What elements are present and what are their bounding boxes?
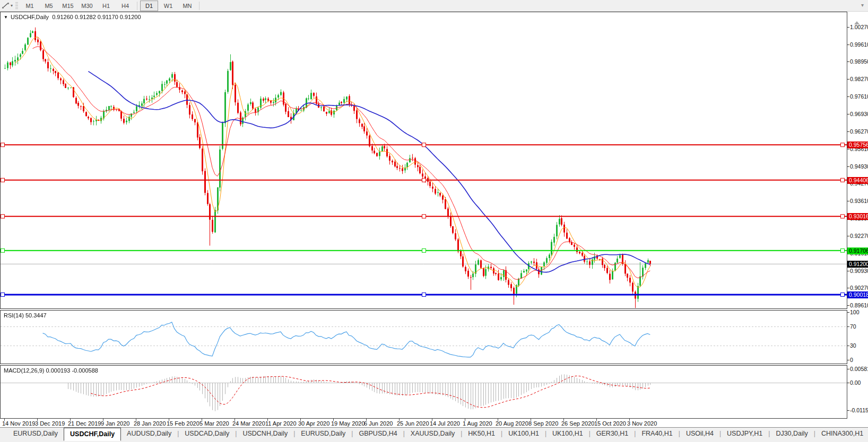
timeframe-button-h1[interactable]: H1 bbox=[97, 1, 115, 11]
rsi-label: RSI(14) 50.3447 bbox=[4, 312, 47, 319]
chart-tab-ger30-h1[interactable]: GER30,H1 bbox=[591, 428, 634, 439]
price-axis-tick-label: 1.00270 bbox=[850, 24, 868, 30]
chart-tab-usdchf-daily[interactable]: USDCHF,Daily bbox=[64, 428, 121, 441]
price-axis-tick-label: 0.90270 bbox=[850, 285, 868, 291]
chart-tab-usoil-h4[interactable]: USOil,H4 bbox=[680, 428, 719, 439]
price-axis-tick bbox=[847, 201, 849, 201]
toolbar-grip[interactable] bbox=[15, 2, 18, 10]
rsi-axis-tick bbox=[847, 360, 849, 360]
price-axis-tick-label: 0.96270 bbox=[850, 128, 868, 135]
price-axis-tick bbox=[847, 305, 849, 306]
price-axis-tick bbox=[847, 114, 849, 114]
macd-axis-tick bbox=[847, 383, 849, 383]
chart-tab-china300-h1[interactable]: CHINA300,H1 bbox=[815, 428, 868, 439]
macd-axis-tick-label: 0.005818 bbox=[850, 366, 868, 372]
date-axis-label: 19 May 2020 bbox=[331, 420, 365, 427]
rsi-axis-tick-label: 30 bbox=[850, 342, 856, 349]
timeframe-button-d1[interactable]: D1 bbox=[140, 1, 158, 11]
chart-tab-uk100-h1[interactable]: UK100,H1 bbox=[546, 428, 589, 439]
date-axis-label: 26 Sep 2020 bbox=[561, 420, 594, 427]
price-axis-tick bbox=[847, 288, 849, 288]
timeframe-button-mn[interactable]: MN bbox=[178, 1, 196, 11]
rsi-axis-tick-label: 100 bbox=[850, 309, 860, 315]
toolbar-separator bbox=[137, 2, 137, 10]
rsi-indicator-pane[interactable]: RSI(14) 50.3447 bbox=[0, 310, 847, 364]
price-chart-pane[interactable]: ▼USDCHF,Daily 0.91260 0.91282 0.91170 0.… bbox=[0, 12, 847, 309]
chart-tab-xauusd-daily[interactable]: XAUUSD,Daily bbox=[405, 428, 461, 439]
date-axis-label: 25 Jun 2020 bbox=[397, 420, 429, 427]
price-axis-tick-label: 0.93610 bbox=[850, 198, 868, 204]
chart-tab-dj30-daily[interactable]: DJ30,Daily bbox=[770, 428, 813, 439]
date-axis-label: 14 Nov 2019 bbox=[2, 420, 35, 427]
chart-tab-usdcad-daily[interactable]: USDCAD,Daily bbox=[179, 428, 235, 439]
timeframe-button-m15[interactable]: M15 bbox=[59, 1, 77, 11]
price-chart-canvas[interactable] bbox=[1, 12, 847, 308]
timeframe-button-m5[interactable]: M5 bbox=[40, 1, 58, 11]
price-axis-tick-label: 0.90930 bbox=[850, 268, 868, 274]
chart-menu-icon[interactable]: ▼ bbox=[4, 15, 8, 20]
timeframe-button-h4[interactable]: H4 bbox=[116, 1, 134, 11]
date-axis-label: 15 Oct 2020 bbox=[594, 420, 626, 427]
chart-tab-audusd-daily[interactable]: AUDUSD,Daily bbox=[121, 428, 177, 439]
chart-symbol-period: USDCHF,Daily bbox=[11, 14, 49, 20]
chart-tab-hk50-h1[interactable]: HK50,H1 bbox=[462, 428, 501, 439]
timeframe-button-w1[interactable]: W1 bbox=[159, 1, 177, 11]
date-axis-label: 3 Nov 2020 bbox=[627, 420, 657, 427]
date-axis-label: 9 Jan 2020 bbox=[101, 420, 129, 427]
chart-tab-gbpusd-h4[interactable]: GBPUSD,H4 bbox=[353, 428, 403, 439]
hline-price-label: 0.90018 bbox=[847, 291, 868, 298]
price-axis-tick bbox=[847, 61, 849, 62]
date-axis-label: 30 Apr 2020 bbox=[298, 420, 329, 427]
chart-tab-usdcnh-daily[interactable]: USDCNH,Daily bbox=[237, 428, 293, 439]
macd-canvas[interactable] bbox=[1, 366, 847, 418]
date-axis-label: 8 Sep 2020 bbox=[528, 420, 558, 427]
trading-app-window: ▾ M1M5M15M30H1H4D1W1MN ▾ ▼USDCHF,Daily 0… bbox=[0, 0, 868, 442]
date-axis-label: 21 Dec 2019 bbox=[68, 420, 101, 427]
date-axis-label: 24 Mar 2020 bbox=[232, 420, 265, 427]
price-axis-tick bbox=[847, 236, 849, 236]
hline-price-label: 0.94406 bbox=[847, 177, 868, 184]
price-axis-tick-label: 0.94930 bbox=[850, 163, 868, 170]
chart-tab-bar: EURUSD,DailyUSDCHF,DailyAUDUSD,Daily|USD… bbox=[0, 427, 868, 442]
price-axis-tick-label: 0.92270 bbox=[850, 233, 868, 239]
macd-label: MACD(12,26,9) 0.000193 -0.000588 bbox=[4, 367, 98, 374]
line-tools-dropdown-icon[interactable]: ▾ bbox=[11, 3, 13, 8]
timeframe-button-m1[interactable]: M1 bbox=[21, 1, 39, 11]
hline-price-label: 0.91706 bbox=[847, 247, 868, 254]
timeframe-toolbar: ▾ M1M5M15M30H1H4D1W1MN ▾ bbox=[0, 0, 868, 12]
chart-tab-uk100-h1[interactable]: UK100,H1 bbox=[502, 428, 545, 439]
macd-axis-tick-label: -0.01151 bbox=[850, 407, 868, 413]
toolbar-overflow-icon[interactable]: ▾ bbox=[861, 2, 864, 8]
rsi-axis-tick bbox=[847, 346, 849, 346]
price-axis-tick bbox=[847, 166, 849, 167]
line-tools-button[interactable]: ▾ bbox=[0, 1, 14, 11]
price-axis-tick bbox=[847, 96, 849, 97]
chart-tabs: EURUSD,DailyUSDCHF,DailyAUDUSD,Daily|USD… bbox=[7, 428, 868, 441]
price-axis-tick bbox=[847, 271, 849, 271]
price-axis-tick-label: 0.96930 bbox=[850, 111, 868, 117]
chart-title: ▼USDCHF,Daily 0.91260 0.91282 0.91170 0.… bbox=[4, 14, 141, 20]
price-axis-tick bbox=[847, 79, 849, 79]
timeframe-button-m30[interactable]: M30 bbox=[78, 1, 96, 11]
trendline-cursor-icon bbox=[2, 2, 10, 10]
macd-axis-tick bbox=[847, 410, 849, 411]
date-axis-label: 15 Feb 2020 bbox=[167, 420, 199, 427]
chart-tab-eurusd-daily[interactable]: EURUSD,Daily bbox=[7, 428, 64, 439]
rsi-canvas[interactable] bbox=[1, 311, 847, 364]
chart-tab-eurusd-daily[interactable]: EURUSD,Daily bbox=[295, 428, 351, 439]
date-axis-label: 28 Jan 2020 bbox=[134, 420, 166, 427]
price-axis-tick-label: 0.89610 bbox=[850, 302, 868, 308]
chart-tab-usdjpy-h1[interactable]: USDJPY,H1 bbox=[721, 428, 768, 439]
date-axis-label: 1 Aug 2020 bbox=[463, 420, 492, 427]
chart-shift-marker[interactable] bbox=[854, 21, 860, 24]
price-axis-tick-label: 0.99610 bbox=[850, 41, 868, 48]
hline-price-label: 0.95756 bbox=[847, 142, 868, 148]
price-axis-tick-label: 0.97610 bbox=[850, 93, 868, 100]
date-axis-label: 3 Dec 2019 bbox=[35, 420, 65, 427]
price-axis-tick bbox=[847, 149, 849, 149]
chart-ohlc-values: 0.91260 0.91282 0.91170 0.91200 bbox=[52, 14, 141, 20]
rsi-axis-tick-label: 0 bbox=[850, 357, 853, 363]
current-price-label: 0.91200 bbox=[847, 261, 868, 268]
macd-indicator-pane[interactable]: MACD(12,26,9) 0.000193 -0.000588 bbox=[0, 365, 847, 419]
chart-tab-fra40-h1[interactable]: FRA40,H1 bbox=[636, 428, 678, 439]
